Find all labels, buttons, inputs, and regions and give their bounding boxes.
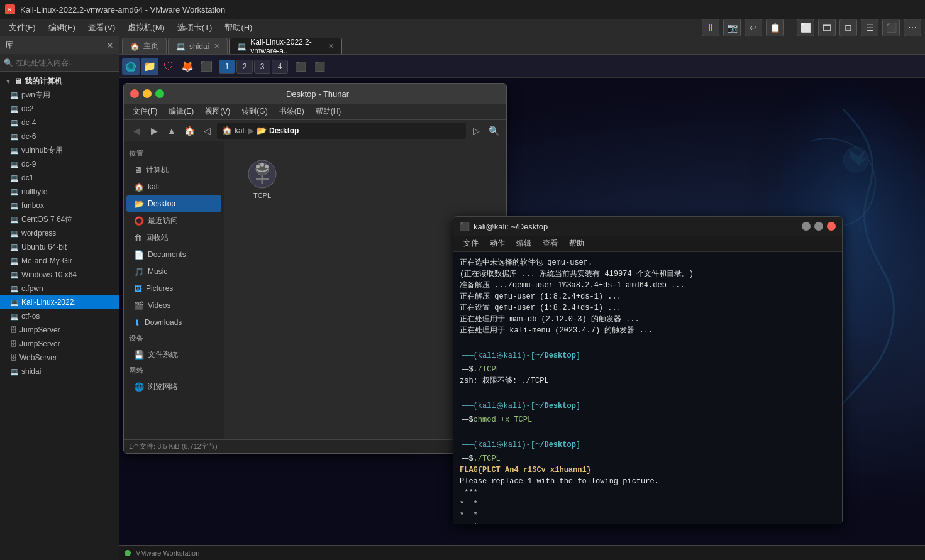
tree-item-win10[interactable]: 💻 Windows 10 x64 [0, 268, 119, 282]
taskbar-extra1[interactable]: ⬛ [292, 58, 309, 75]
tree-item-nullbyte[interactable]: 💻 nullbyte [0, 185, 119, 199]
forward-btn[interactable]: ▶ [147, 123, 162, 138]
thunar-menu-view[interactable]: 视图(V) [200, 105, 235, 118]
term-menu-action[interactable]: 动作 [485, 237, 510, 250]
tab-shidai[interactable]: 💻 shidai ✕ [168, 38, 228, 54]
tree-item-dc4[interactable]: 💻 dc-4 [0, 116, 119, 129]
terminal-body[interactable]: 正在选中未选择的软件包 qemu-user. (正在读取数据库 ... 系统当前… [453, 252, 842, 524]
sidebar-downloads[interactable]: ⬇ Downloads [126, 314, 221, 331]
tree-item-ctfpwn[interactable]: 💻 ctfpwn [0, 282, 119, 295]
tree-item-wordpress[interactable]: 💻 wordpress [0, 226, 119, 240]
tree-item-dc9[interactable]: 💻 dc-9 [0, 157, 119, 171]
thunar-max-btn[interactable] [155, 89, 164, 98]
clone-btn[interactable]: 📋 [766, 19, 784, 36]
workspace-2[interactable]: 2 [236, 60, 253, 74]
breadcrumb-current[interactable]: Desktop [269, 126, 299, 135]
window-btn[interactable]: 🗔 [818, 19, 836, 36]
breadcrumb-home[interactable]: kali [235, 126, 246, 135]
sidebar-computer[interactable]: 🖥 计算机 [126, 162, 221, 178]
home-btn[interactable]: 🏠 [182, 123, 197, 138]
thunar-min-btn[interactable] [143, 89, 152, 98]
sidebar-trash[interactable]: 🗑 回收站 [126, 229, 221, 246]
search-btn[interactable]: 🔍 [486, 123, 501, 138]
tree-item-jumpserver1[interactable]: 🗄 JumpServer [0, 323, 119, 337]
sidebar-recent[interactable]: ⭕ 最近访问 [126, 212, 221, 229]
term-menu-edit[interactable]: 编辑 [511, 237, 536, 250]
snapshot-btn[interactable]: 📷 [723, 19, 741, 36]
tree-item-me-gir[interactable]: 💻 Me-and-My-Gir [0, 254, 119, 268]
fullscreen-btn[interactable]: ⬜ [797, 19, 814, 36]
taskbar-shield[interactable]: 🛡 [160, 58, 177, 75]
kali-dragon-btn[interactable] [122, 58, 140, 75]
term-menu-file[interactable]: 文件 [458, 237, 484, 250]
thunar-menu-goto[interactable]: 转到(G) [236, 105, 272, 118]
workspace-1[interactable]: 1 [219, 60, 235, 74]
sidebar-music[interactable]: 🎵 Music [126, 263, 221, 280]
sidebar-videos[interactable]: 🎬 Videos [126, 297, 221, 314]
menu-file[interactable]: 文件(F) [4, 21, 41, 35]
taskbar-files[interactable]: 📁 [141, 58, 158, 75]
sidebar-documents[interactable]: 📄 Documents [126, 246, 221, 263]
tree-item-webserver[interactable]: 🗄 WebServer [0, 351, 119, 365]
sidebar-computer-label: 计算机 [146, 165, 169, 175]
tree-item-shidai[interactable]: 💻 shidai [0, 365, 119, 378]
library-close-btn[interactable]: ✕ [106, 40, 114, 50]
thunar-menu-bookmarks[interactable]: 书签(B) [274, 105, 309, 118]
sidebar-home[interactable]: 🏠 kali [126, 178, 221, 195]
taskbar-extra2[interactable]: ⬛ [311, 58, 328, 75]
taskbar-terminal[interactable]: ⬛ [197, 58, 215, 75]
tree-item-dc2[interactable]: 💻 dc2 [0, 102, 119, 116]
menu-view[interactable]: 查看(V) [83, 21, 120, 35]
tree-item-dc6[interactable]: 💻 dc-6 [0, 129, 119, 143]
menu-help[interactable]: 帮助(H) [219, 21, 257, 35]
thunar-menu-file[interactable]: 文件(F) [128, 105, 162, 118]
tab-kali[interactable]: 💻 Kali-Linux-2022.2-vmware-a... ✕ [229, 38, 342, 54]
tab-home[interactable]: 🏠 主页 [122, 38, 167, 54]
file-tcpl[interactable]: TCPL [237, 154, 287, 204]
thunar-close-btn[interactable] [130, 89, 139, 98]
prev-btn[interactable]: ◁ [199, 123, 214, 138]
unity-btn[interactable]: ☰ [861, 19, 878, 36]
thunar-menu-edit[interactable]: 编辑(E) [163, 105, 199, 118]
thunar-menu-help[interactable]: 帮助(H) [311, 105, 346, 118]
pause-btn[interactable]: ⏸ [702, 19, 719, 36]
sidebar-browse-network[interactable]: 🌐 浏览网络 [126, 378, 221, 395]
tree-item-ctfos[interactable]: 💻 ctf-os [0, 309, 119, 323]
tree-item-vulnhub[interactable]: 💻 vulnhub专用 [0, 143, 119, 157]
sidebar-pictures[interactable]: 🖼 Pictures [126, 280, 221, 297]
tree-item-jumpserver2[interactable]: 🗄 JumpServer [0, 337, 119, 351]
sidebar-filesystem[interactable]: 💾 文件系统 [126, 346, 221, 363]
tree-item-dc1[interactable]: 💻 dc1 [0, 171, 119, 185]
tab-close-btn[interactable]: ✕ [328, 42, 334, 50]
tree-item-kali[interactable]: 💻 Kali-Linux-2022. [0, 295, 119, 309]
tree-item-centos[interactable]: 💻 CentOS 7 64位 [0, 212, 119, 226]
workspace-3[interactable]: 3 [254, 60, 270, 74]
term-ctrl-2[interactable] [814, 222, 823, 231]
term-menu-help[interactable]: 帮助 [564, 237, 589, 250]
term-close-btn[interactable] [827, 222, 836, 231]
tree-item-pwn[interactable]: 💻 pwn专用 [0, 88, 119, 102]
next-btn[interactable]: ▷ [468, 123, 484, 138]
sidebar-music-label: Music [148, 267, 167, 276]
term-ctrl-1[interactable] [802, 222, 811, 231]
vm-display[interactable]: 📁 🛡 🦊 ⬛ 1 2 3 4 [119, 55, 925, 545]
sidebar-desktop-label: Desktop [148, 199, 175, 208]
restore-btn[interactable]: ↩ [745, 19, 762, 36]
term-menu-view[interactable]: 查看 [538, 237, 563, 250]
menu-edit[interactable]: 编辑(E) [43, 21, 80, 35]
menu-vm[interactable]: 虚拟机(M) [123, 21, 170, 35]
split-btn[interactable]: ⊟ [839, 19, 857, 36]
back-btn[interactable]: ◀ [129, 123, 144, 138]
workspace-4[interactable]: 4 [272, 60, 288, 74]
tab-close-btn[interactable]: ✕ [214, 42, 219, 50]
tree-item-funbox[interactable]: 💻 funbox [0, 199, 119, 212]
sidebar-desktop[interactable]: 📂 Desktop [126, 195, 221, 212]
menu-tabs[interactable]: 选项卡(T) [172, 21, 218, 35]
tree-root[interactable]: ▼ 🖥 我的计算机 [0, 74, 119, 88]
taskbar-browser[interactable]: 🦊 [179, 58, 196, 75]
console-btn[interactable]: ⬛ [882, 19, 900, 36]
more-btn[interactable]: ⋯ [904, 19, 921, 36]
up-btn[interactable]: ▲ [164, 123, 179, 138]
tree-item-ubuntu[interactable]: 💻 Ubuntu 64-bit [0, 240, 119, 254]
library-search-input[interactable] [16, 58, 115, 67]
